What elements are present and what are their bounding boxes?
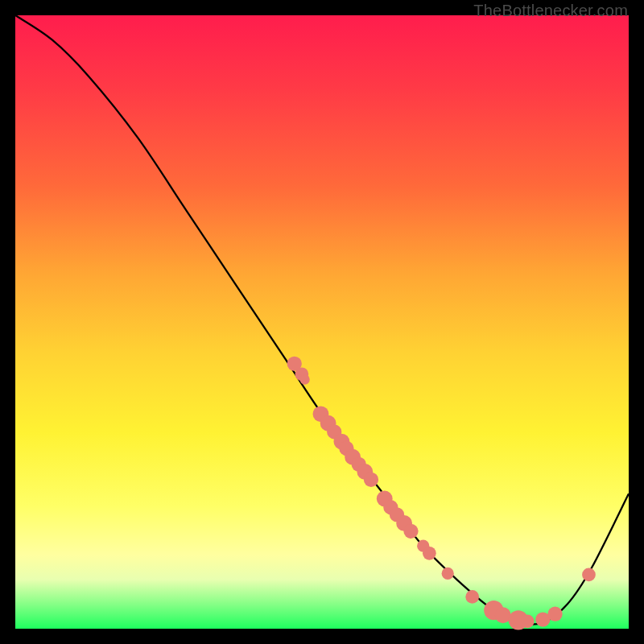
plot-area <box>15 15 629 629</box>
data-marker <box>300 375 310 385</box>
data-marker <box>442 568 454 580</box>
data-marker <box>403 524 418 539</box>
data-marker <box>547 607 562 621</box>
watermark-label: TheBottlenecker.com <box>473 2 628 20</box>
bottleneck-curve <box>15 15 629 625</box>
data-marker <box>423 547 436 560</box>
chart-svg <box>15 15 629 629</box>
marker-group <box>287 357 596 630</box>
data-marker <box>364 473 378 487</box>
chart-frame: TheBottlenecker.com <box>0 0 644 644</box>
data-marker <box>465 590 479 604</box>
data-marker <box>582 568 596 582</box>
data-marker <box>521 614 535 628</box>
